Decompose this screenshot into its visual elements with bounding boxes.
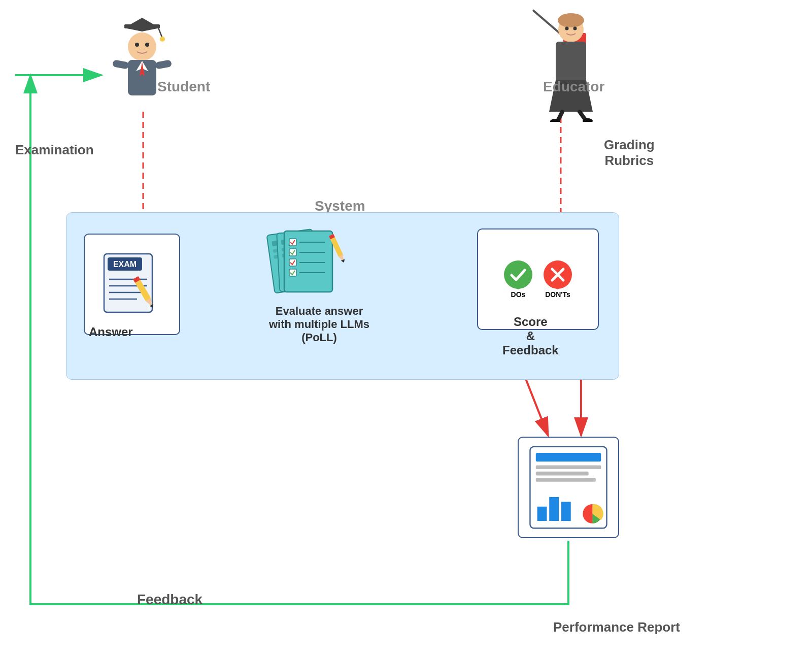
svg-point-27	[558, 13, 584, 27]
svg-point-29	[573, 27, 577, 30]
svg-text:EXAM: EXAM	[113, 260, 137, 269]
svg-rect-79	[537, 507, 547, 521]
svg-rect-76	[536, 466, 601, 470]
svg-rect-81	[561, 502, 571, 521]
performance-report-label: Performance Report	[553, 619, 680, 635]
feedback-label: Feedback	[137, 592, 202, 608]
svg-rect-22	[155, 59, 172, 69]
donts-label: DON'Ts	[545, 290, 570, 299]
answer-box: EXAM	[84, 234, 180, 335]
diagram-container: Student	[0, 0, 812, 657]
svg-point-68	[504, 260, 532, 289]
svg-rect-78	[536, 478, 596, 482]
dos-donts-icons: DOs DON'Ts	[503, 260, 572, 299]
educator-label: Educator	[543, 79, 604, 95]
svg-point-28	[565, 27, 569, 30]
answer-label: Answer	[89, 325, 133, 339]
svg-rect-21	[112, 59, 129, 69]
svg-point-13	[160, 37, 165, 42]
dos-label: DOs	[511, 290, 526, 299]
performance-report-box	[518, 437, 619, 538]
svg-rect-77	[536, 472, 589, 476]
student-figure	[101, 10, 183, 112]
grading-rubrics-label: Grading Rubrics	[604, 137, 655, 169]
score-feedback-label: Score & Feedback	[502, 315, 559, 357]
svg-line-12	[158, 28, 162, 38]
svg-rect-30	[556, 42, 586, 82]
svg-point-15	[135, 43, 139, 47]
svg-point-16	[145, 43, 149, 47]
examination-label: Examination	[15, 142, 94, 158]
svg-rect-75	[536, 453, 601, 462]
evaluate-label: Evaluate answer with multiple LLMs (PoLL…	[269, 305, 369, 344]
svg-point-14	[128, 32, 156, 61]
svg-rect-80	[549, 497, 559, 521]
student-label: Student	[157, 79, 210, 95]
